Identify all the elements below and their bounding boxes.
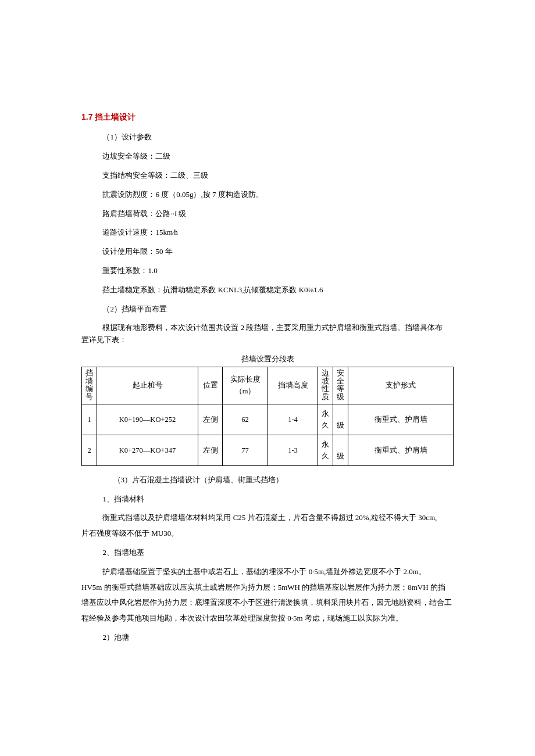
th-pos: 位置 xyxy=(198,367,223,404)
section-title: 1.7 挡土墙设计 xyxy=(81,110,454,123)
th-height: 挡墙高度 xyxy=(268,367,318,404)
material-heading: 1、挡墙材料 xyxy=(81,493,454,506)
foundation-c: 墙基应以中风化岩层作为持力层；底埋置深度不小于区进行清淤换填，填料采用块片石，因… xyxy=(81,597,454,609)
material-a: 衡重式挡墙以及护肩墙墙体材料均采用 C25 片石混凝土，片石含量不得超过 20%… xyxy=(81,512,454,524)
foundation-d: 程经验及参考其他项目地勘，本次设计农田软基处理深度暂按 0·5m 考虑，现场施工… xyxy=(81,612,454,625)
table-row: 1 K0+190—KO+252 左侧 62 1-4 永久 级 衡重式、护肩墙 xyxy=(82,404,454,435)
cell-safe: 级 xyxy=(333,435,348,465)
th-num: 挡墙编号 xyxy=(82,367,97,404)
design-heading: （3）片石混凝土挡墙设计（护肩墙、街重式挡培） xyxy=(81,474,454,486)
table-header-row: 挡墙编号 起止桩号 位置 实际长度（m） 挡墙高度 边坡性质 安全等级 支护形式 xyxy=(82,367,454,404)
table-caption: 挡墙设置分段表 xyxy=(81,353,454,366)
section-title-text: 挡土墙设计 xyxy=(95,112,135,121)
param-line: 设计使用年限：50 年 xyxy=(81,246,454,258)
table-row: 2 K0+270—KO+347 左侧 77 1-3 永久 级 衡重式、护肩墙 xyxy=(82,435,454,465)
cell-len: 62 xyxy=(223,404,268,435)
cell-pos: 左侧 xyxy=(198,435,223,465)
cell-pile: K0+270—KO+347 xyxy=(97,435,198,465)
params-heading: （1）设计参数 xyxy=(81,131,454,144)
layout-intro-a: 根据现有地形费料，本次设计范围共设置 2 段挡墙，主要采用重力式护肩墙和衡重式挡… xyxy=(81,322,454,334)
cell-len: 77 xyxy=(223,435,268,465)
cell-pile: K0+190—KO+252 xyxy=(97,404,198,435)
cell-num: 2 xyxy=(82,435,97,465)
th-pile: 起止桩号 xyxy=(97,367,198,404)
cell-height: 1-4 xyxy=(268,404,318,435)
th-len: 实际长度（m） xyxy=(223,367,268,404)
foundation-b: HV5m 的衡重式挡墙基础应以压实填土或岩层作为持力层；5mWH 的挡墙基应以岩… xyxy=(81,582,454,594)
cell-pos: 左侧 xyxy=(198,404,223,435)
layout-heading: （2）挡墙平面布置 xyxy=(81,303,454,316)
th-support: 支护形式 xyxy=(348,367,454,404)
param-line: 道路设计速度：15km⁄h xyxy=(81,227,454,239)
pond-heading: 2）池塘 xyxy=(81,632,454,644)
param-line: 重要性系数：1.0 xyxy=(81,265,454,277)
layout-intro-b: 置详见下表： xyxy=(81,334,454,346)
param-line: 挡土墙稳定系数：抗滑动稳定系数 KCNI.3,抗倾覆稳定系数 K0⅛1.6 xyxy=(81,284,454,296)
material-b: 片石强度等级不低于 MU30。 xyxy=(81,528,454,540)
segment-table: 挡墙编号 起止桩号 位置 实际长度（m） 挡墙高度 边坡性质 安全等级 支护形式… xyxy=(81,367,454,466)
cell-support: 衡重式、护肩墙 xyxy=(348,404,454,435)
cell-num: 1 xyxy=(82,404,97,435)
th-slope: 边坡性质 xyxy=(318,367,333,404)
foundation-heading: 2、挡墙地基 xyxy=(81,547,454,559)
cell-slope: 永久 xyxy=(318,404,333,435)
param-line: 路肩挡墙荷载：公路··I 级 xyxy=(81,208,454,220)
foundation-a: 护肩墙基础应置于坚实的土基中或岩石上，基础的埋深不小于 0·5m,墙趾外襟边宽度… xyxy=(81,566,454,578)
cell-slope: 永久 xyxy=(318,435,333,465)
cell-support: 衡重式、护肩墙 xyxy=(348,435,454,465)
section-number: 1.7 xyxy=(81,112,92,121)
cell-safe: 级 xyxy=(333,404,348,435)
th-safe: 安全等级 xyxy=(333,367,348,404)
param-line: 抗震设防烈度：6 度（0.05g）,按 7 度构造设防。 xyxy=(81,189,454,201)
cell-height: 1-3 xyxy=(268,435,318,465)
param-line: 边坡安全等级：二级 xyxy=(81,151,454,163)
param-line: 支挡结构安全等级：二级、三级 xyxy=(81,170,454,182)
